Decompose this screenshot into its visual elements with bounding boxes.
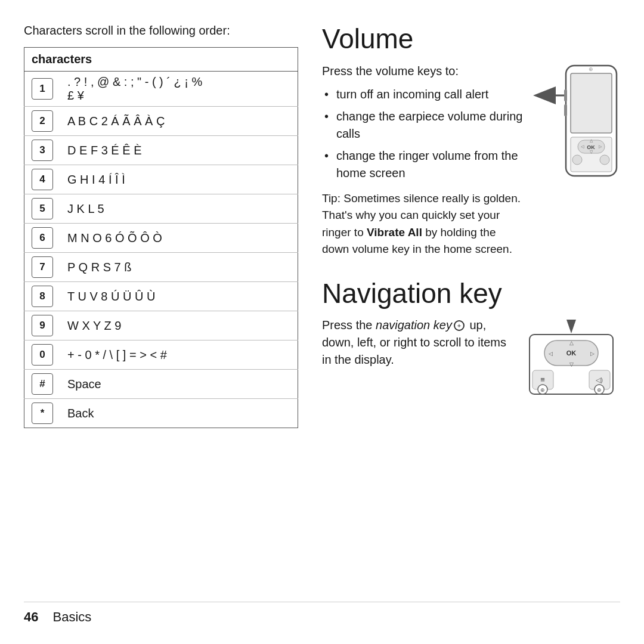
table-row: 2A B C 2 Á Ã Â À Ç	[24, 107, 298, 136]
chars-cell: Space	[60, 370, 298, 399]
nav-italic-text: navigation key	[376, 318, 452, 332]
key-box: 3	[32, 140, 53, 161]
svg-text:OK: OK	[566, 349, 576, 357]
chars-cell: . ? ! , @ & : ; " - ( ) ´ ¿ ¡ % £ ¥	[60, 72, 298, 107]
bullet-item: turn off an incoming call alert	[322, 86, 526, 103]
svg-text:◁): ◁)	[596, 376, 603, 383]
navigation-section: Navigation key Press the navigation key+…	[322, 278, 620, 401]
chars-cell: P Q R S 7 ß	[60, 253, 298, 282]
volume-bullets: turn off an incoming call alertchange th…	[322, 86, 526, 182]
svg-marker-16	[566, 320, 576, 333]
key-box: 0	[32, 344, 53, 366]
chars-cell: D E F 3 É Ê È	[60, 136, 298, 165]
key-box: 5	[32, 198, 53, 219]
svg-text:◁: ◁	[548, 351, 552, 357]
key-cell: 9	[24, 311, 61, 340]
key-cell: 2	[24, 107, 61, 136]
volume-section: Press the volume keys to: turn off an in…	[322, 63, 620, 273]
key-cell: #	[24, 370, 61, 399]
right-column: Volume Press the volume keys to: turn of…	[316, 24, 620, 620]
table-row: 4G H I 4 Í Î Ì	[24, 165, 298, 194]
key-box: 8	[32, 286, 53, 307]
svg-text:▷: ▷	[590, 351, 594, 357]
svg-rect-3	[571, 73, 612, 133]
nav-key-icon: +	[454, 320, 465, 331]
svg-rect-14	[564, 89, 567, 101]
volume-intro: Press the volume keys to:	[322, 63, 526, 80]
key-cell: 6	[24, 224, 61, 253]
table-row: 8T U V 8 Ú Ü Û Ù	[24, 282, 298, 311]
key-cell: 7	[24, 253, 61, 282]
table-row: 9W X Y Z 9	[24, 311, 298, 340]
bullet-item: change the ringer volume from the home s…	[322, 147, 526, 182]
key-cell: 0	[24, 340, 61, 370]
table-row: 5J K L 5	[24, 194, 298, 224]
key-box: 1	[32, 78, 53, 100]
svg-text:▽: ▽	[569, 361, 573, 367]
svg-rect-15	[564, 104, 567, 116]
bullet-item: change the earpiece volume during calls	[322, 108, 526, 143]
nav-intro: Press the navigation key+ up, down, left…	[322, 317, 516, 369]
chars-cell: Back	[60, 399, 298, 428]
key-box: 7	[32, 256, 53, 278]
volume-text: Press the volume keys to: turn off an in…	[322, 63, 526, 273]
key-box: 9	[32, 315, 53, 336]
table-row: 6M N O 6 Ó Õ Ô Ò	[24, 224, 298, 253]
chars-cell: M N O 6 Ó Õ Ô Ò	[60, 224, 298, 253]
key-cell: *	[24, 399, 61, 428]
table-row: 3D E F 3 É Ê È	[24, 136, 298, 165]
volume-phone-svg: ⊕ OK ◁ ▷ △ ▽	[533, 63, 620, 182]
nav-inner: Press the navigation key+ up, down, left…	[322, 317, 620, 400]
key-cell: 8	[24, 282, 61, 311]
phone-image-volume: ⊕ OK ◁ ▷ △ ▽	[532, 63, 620, 273]
svg-marker-0	[533, 86, 556, 104]
svg-text:⊕: ⊕	[540, 387, 545, 393]
key-cell: 1	[24, 72, 61, 107]
phone-image-nav: OK ◁ ▷ △ ▽ ≡ ◁) ⊕	[522, 317, 620, 400]
chars-cell: T U V 8 Ú Ü Û Ù	[60, 282, 298, 311]
table-header: characters	[24, 48, 298, 72]
key-box: 6	[32, 227, 53, 249]
table-row: 7P Q R S 7 ß	[24, 253, 298, 282]
table-row: *Back	[24, 399, 298, 428]
key-box: #	[32, 373, 53, 395]
svg-point-12	[572, 155, 582, 165]
svg-text:△: △	[569, 340, 573, 346]
character-table: characters 1. ? ! , @ & : ; " - ( ) ´ ¿ …	[24, 47, 298, 428]
key-cell: 4	[24, 165, 61, 194]
left-column: Characters scroll in the following order…	[24, 24, 316, 620]
svg-text:⊕: ⊕	[589, 66, 593, 72]
svg-text:≡: ≡	[540, 375, 545, 384]
key-cell: 5	[24, 194, 61, 224]
volume-title: Volume	[322, 24, 620, 54]
scroll-note: Characters scroll in the following order…	[24, 24, 298, 38]
table-row: #Space	[24, 370, 298, 399]
footer-section-label: Basics	[52, 609, 91, 625]
chars-cell: A B C 2 Á Ã Â À Ç	[60, 107, 298, 136]
chars-cell: W X Y Z 9	[60, 311, 298, 340]
chars-cell: G H I 4 Í Î Ì	[60, 165, 298, 194]
chars-cell: J K L 5	[60, 194, 298, 224]
key-box: 4	[32, 169, 53, 190]
svg-point-13	[600, 155, 609, 165]
nav-title: Navigation key	[322, 278, 620, 309]
footer: 46 Basics	[24, 602, 620, 625]
nav-keypad-svg: OK ◁ ▷ △ ▽ ≡ ◁) ⊕	[524, 317, 619, 400]
volume-tip: Tip: Sometimes silence really is golden.…	[322, 190, 526, 258]
table-row: 0+ - 0 * / \ [ ] = > < #	[24, 340, 298, 370]
chars-cell: + - 0 * / \ [ ] = > < #	[60, 340, 298, 370]
key-cell: 3	[24, 136, 61, 165]
key-box: *	[32, 402, 53, 424]
table-row: 1. ? ! , @ & : ; " - ( ) ´ ¿ ¡ % £ ¥	[24, 72, 298, 107]
key-box: 2	[32, 110, 53, 132]
svg-text:⊕: ⊕	[597, 387, 602, 393]
footer-page-number: 46	[24, 609, 38, 625]
nav-text: Press the navigation key+ up, down, left…	[322, 317, 516, 374]
